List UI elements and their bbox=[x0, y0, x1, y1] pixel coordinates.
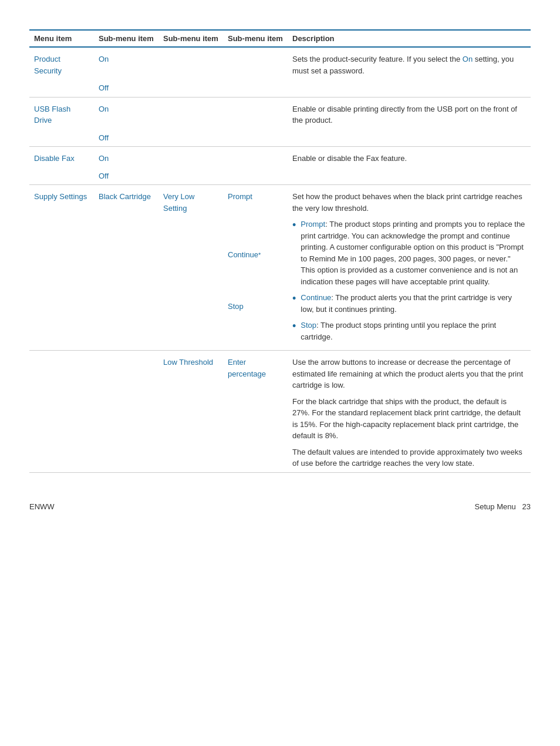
sub3-enter-pct: Enter percentage bbox=[223, 351, 288, 473]
footer-enww: ENWW bbox=[29, 502, 55, 511]
sub1-on-product-security: On bbox=[94, 47, 158, 79]
sub2-empty-4 bbox=[158, 129, 223, 147]
table-row-supply: Supply Settings Black Cartridge Very Low… bbox=[29, 185, 531, 246]
footer-page-number: 23 bbox=[522, 502, 531, 511]
sub2-low-threshold: Low Threshold bbox=[158, 351, 223, 473]
col-header-sub2: Sub-menu item bbox=[158, 30, 223, 47]
desc-usb: Enable or disable printing directly from… bbox=[288, 97, 531, 147]
sub1-off-fax: Off bbox=[94, 167, 158, 185]
menu-item-fax: Disable Fax bbox=[29, 147, 94, 167]
menu-item-supply: Supply Settings bbox=[29, 185, 94, 351]
col-header-desc: Description bbox=[288, 30, 531, 47]
col-header-sub1: Sub-menu item bbox=[94, 30, 158, 47]
sub2-empty-1 bbox=[158, 47, 223, 79]
table-row-usb: USB Flash Drive On Enable or disable pri… bbox=[29, 97, 531, 129]
sub3-empty-6 bbox=[223, 167, 288, 185]
sub2-empty-5 bbox=[158, 147, 223, 167]
desc-product-security: Sets the product-security feature. If yo… bbox=[288, 47, 531, 97]
sub1-empty-low bbox=[94, 351, 158, 473]
sub1-on-usb: On bbox=[94, 97, 158, 129]
bullet-icon: • bbox=[292, 318, 296, 334]
sub1-black-cartridge: Black Cartridge bbox=[94, 185, 158, 351]
table-row-low-threshold: Low Threshold Enter percentage Use the a… bbox=[29, 351, 531, 473]
menu-item-empty-3 bbox=[29, 167, 94, 185]
sub1-off-usb: Off bbox=[94, 129, 158, 147]
footer-page-info: Setup Menu 23 bbox=[475, 502, 531, 511]
list-item: • Continue: The product alerts you that … bbox=[292, 292, 526, 315]
bullet-icon: • bbox=[292, 291, 296, 307]
main-table: Menu item Sub-menu item Sub-menu item Su… bbox=[29, 29, 531, 473]
sub3-empty-1 bbox=[223, 47, 288, 79]
desc-supply: Set how the product behaves when the bla… bbox=[288, 185, 531, 351]
sub3-prompt: Prompt bbox=[223, 185, 288, 246]
table-row: Product Security On Sets the product-sec… bbox=[29, 47, 531, 79]
desc-fax: Enable or disable the Fax feature. bbox=[288, 147, 531, 185]
sub3-empty-4 bbox=[223, 129, 288, 147]
footer-setup-menu: Setup Menu bbox=[475, 502, 516, 511]
col-header-menu: Menu item bbox=[29, 30, 94, 47]
sub3-stop: Stop bbox=[223, 298, 288, 351]
sub2-very-low: Very Low Setting bbox=[158, 185, 223, 351]
menu-item-empty-1 bbox=[29, 79, 94, 97]
col-header-sub3: Sub-menu item bbox=[223, 30, 288, 47]
list-item: • Stop: The product stops printing until… bbox=[292, 320, 526, 342]
desc-low-threshold: Use the arrow buttons to increase or dec… bbox=[288, 351, 531, 473]
sub3-empty-5 bbox=[223, 147, 288, 167]
sub3-empty-3 bbox=[223, 97, 288, 129]
menu-item-product-security: Product Security bbox=[29, 47, 94, 79]
sub2-empty-2 bbox=[158, 79, 223, 97]
bullet-icon: • bbox=[292, 217, 296, 233]
sub1-off-product-security: Off bbox=[94, 79, 158, 97]
sub2-empty-6 bbox=[158, 167, 223, 185]
table-row-fax: Disable Fax On Enable or disable the Fax… bbox=[29, 147, 531, 167]
sub3-empty-2 bbox=[223, 79, 288, 97]
sub1-on-fax: On bbox=[94, 147, 158, 167]
menu-item-usb: USB Flash Drive bbox=[29, 97, 94, 129]
page-footer: ENWW Setup Menu 23 bbox=[29, 496, 531, 511]
list-item: • Prompt: The product stops printing and… bbox=[292, 219, 526, 287]
page-content: Menu item Sub-menu item Sub-menu item Su… bbox=[29, 29, 531, 511]
menu-item-empty-4 bbox=[29, 351, 94, 473]
menu-item-empty-2 bbox=[29, 129, 94, 147]
sub3-continue: Continue* bbox=[223, 246, 288, 298]
sub2-empty-3 bbox=[158, 97, 223, 129]
